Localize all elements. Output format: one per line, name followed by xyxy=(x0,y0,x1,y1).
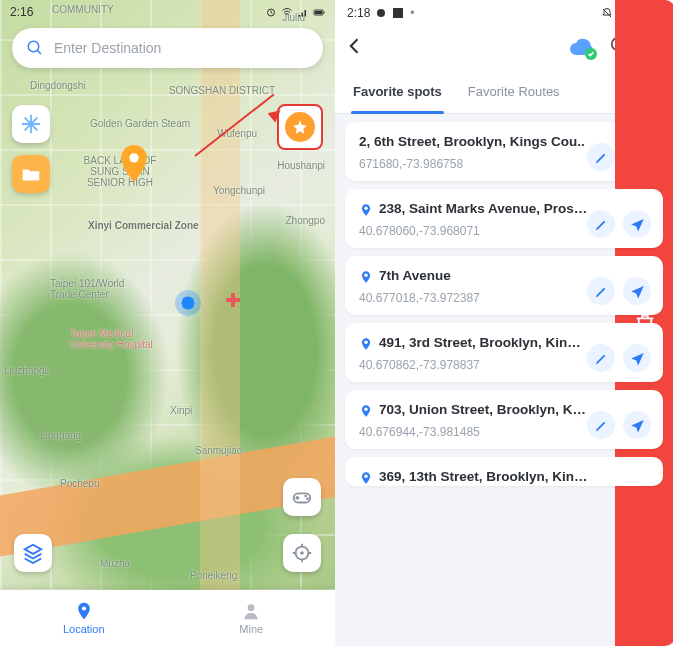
game-button[interactable] xyxy=(283,478,321,516)
dnd-icon xyxy=(376,8,386,18)
map-pin[interactable] xyxy=(120,145,148,181)
send-button[interactable] xyxy=(623,277,651,305)
layers-icon xyxy=(22,542,44,564)
paper-plane-icon xyxy=(630,351,645,366)
svg-rect-7 xyxy=(226,298,240,302)
send-button[interactable] xyxy=(623,344,651,372)
signal-icon xyxy=(297,6,309,18)
map-label: Xinyi Commercial Zone xyxy=(88,220,199,231)
edit-button[interactable] xyxy=(587,210,615,238)
tab-location[interactable]: Location xyxy=(0,590,168,646)
svg-point-12 xyxy=(300,551,304,555)
location-icon xyxy=(74,601,94,621)
folder-button[interactable] xyxy=(12,155,50,193)
map-label: Taipei 101/World Trade Center xyxy=(50,278,140,300)
item-title: 369, 13th Street, Brooklyn, Kings Cou.. xyxy=(359,469,589,484)
map-label: Houshanpi xyxy=(277,160,325,171)
back-button[interactable] xyxy=(345,36,365,60)
cloud-sync-status[interactable] xyxy=(569,38,595,58)
svg-point-15 xyxy=(377,9,385,17)
status-time: 2:18 xyxy=(347,6,370,20)
snowflake-icon xyxy=(20,113,42,135)
chevron-left-icon xyxy=(345,36,365,56)
send-button[interactable] xyxy=(623,411,651,439)
list-item[interactable]: 703, Union Street, Brooklyn, Kings Co.. … xyxy=(345,390,663,449)
pencil-icon xyxy=(594,418,609,433)
gamepad-icon xyxy=(291,486,313,508)
item-title: 491, 3rd Street, Brooklyn, Kings Cou.. xyxy=(359,335,589,350)
pencil-icon xyxy=(594,351,609,366)
battery-icon xyxy=(313,6,325,18)
edit-button[interactable] xyxy=(587,277,615,305)
item-title: 2, 6th Street, Brooklyn, Kings Cou.. xyxy=(359,134,589,149)
tab-favorite-spots[interactable]: Favorite spots xyxy=(341,70,454,114)
layers-button[interactable] xyxy=(14,534,52,572)
edit-button[interactable] xyxy=(587,143,615,171)
status-icons xyxy=(265,6,325,18)
svg-rect-16 xyxy=(393,8,403,18)
pin-icon xyxy=(359,404,373,418)
search-input[interactable]: Enter Destination xyxy=(12,28,323,68)
pin-icon xyxy=(359,471,373,485)
pin-icon xyxy=(359,270,373,284)
map-label: Poneikeng xyxy=(190,570,237,581)
pin-icon xyxy=(359,337,373,351)
favorites-list[interactable]: 2, 6th Street, Brooklyn, Kings Cou.. 671… xyxy=(335,114,673,646)
wifi-icon xyxy=(281,6,293,18)
pencil-icon xyxy=(594,150,609,165)
status-time: 2:16 xyxy=(10,5,33,19)
svg-point-13 xyxy=(82,606,86,610)
alarm-icon xyxy=(265,6,277,18)
pin-icon xyxy=(359,203,373,217)
svg-point-9 xyxy=(304,495,307,498)
list-item[interactable]: 369, 13th Street, Brooklyn, Kings Cou.. xyxy=(345,457,663,486)
list-item[interactable]: 238, Saint Marks Avenue, Prospect H.. 40… xyxy=(345,189,663,248)
edit-button[interactable] xyxy=(587,411,615,439)
map-label: Yongchunpi xyxy=(213,185,265,196)
paper-plane-icon xyxy=(630,217,645,232)
more-status: • xyxy=(410,6,414,20)
pencil-icon xyxy=(594,284,609,299)
svg-point-26 xyxy=(364,274,368,278)
paper-plane-icon xyxy=(630,284,645,299)
list-item[interactable]: 7th Avenue 40.677018,-73.972387 xyxy=(345,256,663,315)
map-label: Pochepu xyxy=(60,478,99,489)
map-label: Xinpi xyxy=(170,405,192,416)
pencil-icon xyxy=(594,217,609,232)
check-badge xyxy=(585,48,597,60)
send-button[interactable] xyxy=(623,210,651,238)
locate-button[interactable] xyxy=(283,534,321,572)
list-item[interactable]: 491, 3rd Street, Brooklyn, Kings Cou.. 4… xyxy=(345,323,663,382)
svg-rect-3 xyxy=(324,12,325,14)
folder-icon xyxy=(20,163,42,185)
item-title: 703, Union Street, Brooklyn, Kings Co.. xyxy=(359,402,589,417)
svg-point-5 xyxy=(129,153,138,162)
favorites-button[interactable] xyxy=(285,112,315,142)
item-title: 238, Saint Marks Avenue, Prospect H.. xyxy=(359,201,589,216)
bottom-nav: Location Mine xyxy=(0,590,335,646)
edit-button[interactable] xyxy=(587,344,615,372)
map-label: Liuzhangli xyxy=(4,365,49,376)
svg-point-4 xyxy=(28,41,39,52)
search-placeholder: Enter Destination xyxy=(54,40,161,56)
paper-plane-icon xyxy=(630,418,645,433)
map-label: Muzha xyxy=(100,558,130,569)
tab-mine[interactable]: Mine xyxy=(168,590,336,646)
map-label: Taipei Medical University Hospital xyxy=(70,328,170,350)
map-label: Sanmujiao xyxy=(195,445,242,456)
tab-label: Favorite Routes xyxy=(468,84,560,99)
favorites-button-highlight xyxy=(277,104,323,150)
favorites-screen: 2:18 • Favorit xyxy=(335,0,673,646)
hospital-marker xyxy=(225,292,241,308)
tab-label: Mine xyxy=(239,623,263,635)
current-location-dot xyxy=(175,290,201,316)
map-label: Zhongpo xyxy=(286,215,325,226)
list-item-swiped: 2, 6th Street, Brooklyn, Kings Cou.. 671… xyxy=(345,122,663,181)
tab-favorite-routes[interactable]: Favorite Routes xyxy=(456,70,572,114)
snow-button[interactable] xyxy=(12,105,50,143)
svg-point-28 xyxy=(364,408,368,412)
map-highway xyxy=(200,0,240,646)
map-label: Golden Garden Steam xyxy=(90,118,190,129)
svg-point-25 xyxy=(364,207,368,211)
vibrate-icon xyxy=(601,7,613,19)
